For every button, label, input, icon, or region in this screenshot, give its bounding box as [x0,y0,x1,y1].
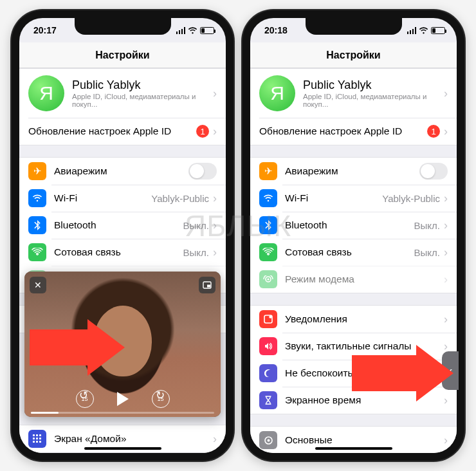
chevron-right-icon: › [444,219,448,232]
row-label: Авиарежим [54,165,188,177]
row-label: Уведомления [285,313,444,325]
row-label: Wi-Fi [285,192,382,204]
svg-rect-8 [39,438,41,439]
skip-back-button[interactable]: 15 [76,390,94,408]
row-label: Обновление настроек Apple ID [28,125,196,137]
bluetooth-icon [259,216,277,234]
avatar: Я [259,75,295,111]
pip-fullscreen-button[interactable] [199,277,215,293]
notifications-row[interactable]: Уведомления › [250,306,457,333]
row-value: Yablyk-Public [151,193,209,204]
svg-point-14 [267,278,269,280]
svg-point-18 [267,439,270,441]
cellular-signal-icon [407,27,417,34]
pip-progress[interactable] [31,412,214,414]
row-label: Авиарежим [285,165,419,177]
navbar-title: Настройки [19,42,226,68]
chevron-right-icon: › [444,192,448,205]
bluetooth-icon [28,216,46,234]
sounds-icon [259,337,277,355]
apple-id-row[interactable]: Я Public Yablyk Apple ID, iCloud, медиам… [19,69,226,118]
cellular-icon [259,243,277,261]
moon-icon [259,364,277,382]
wifi-icon [419,27,428,34]
cellular-row[interactable]: Сотовая связь Выкл. › [19,239,226,266]
svg-rect-11 [39,441,41,443]
account-sub: Apple ID, iCloud, медиаматериалы и покуп… [72,93,213,108]
notch [306,18,402,35]
status-time: 20:18 [264,25,288,35]
cellular-icon [28,243,46,261]
chevron-right-icon: › [444,87,448,100]
wifi-row[interactable]: Wi-Fi Yablyk-Public › [250,185,457,212]
home-indicator[interactable] [315,447,392,450]
hotspot-icon [259,270,277,288]
pip-close-button[interactable]: ✕ [30,277,46,293]
battery-icon [200,27,214,34]
apple-id-update-row[interactable]: Обновление настроек Apple ID 1 › [250,118,457,145]
hourglass-icon [259,391,277,409]
account-name: Public Yablyk [72,78,213,92]
badge: 1 [427,125,440,138]
svg-rect-3 [33,434,35,436]
skip-forward-button[interactable]: 15 [152,390,170,408]
chevron-right-icon: › [213,87,217,100]
play-button[interactable] [117,392,129,406]
row-value: Выкл. [414,247,440,258]
row-value: Выкл. [183,220,209,231]
toggle-off[interactable] [188,163,217,180]
bluetooth-row[interactable]: Bluetooth Выкл. › [19,212,226,239]
annotation-arrow [30,319,125,376]
svg-rect-5 [39,434,41,436]
svg-rect-13 [207,285,210,288]
wifi-icon [188,27,197,34]
apple-id-row[interactable]: Я Public Yablyk Apple ID, iCloud, медиам… [250,69,457,118]
airplane-mode-row[interactable]: ✈ Авиарежим [250,158,457,185]
chevron-right-icon: › [213,125,217,138]
phone-left: 20:17 Настройки Я Public Yablyk Apple ID… [12,10,233,461]
svg-rect-6 [33,438,35,439]
chevron-right-icon: › [444,246,448,259]
chevron-right-icon: › [444,434,448,447]
chevron-right-icon: › [213,192,217,205]
airplane-icon: ✈ [28,162,46,180]
account-sub: Apple ID, iCloud, медиаматериалы и покуп… [303,93,444,108]
row-label: Режим модема [285,273,444,285]
notifications-icon [259,310,277,328]
row-label: Экран «Домой» [54,433,213,445]
row-value: Yablyk-Public [382,193,440,204]
row-value: Выкл. [183,247,209,258]
account-name: Public Yablyk [303,78,444,92]
gear-icon [259,431,277,449]
wifi-settings-icon [28,189,46,207]
chevron-right-icon: › [444,273,448,286]
status-time: 20:17 [33,25,57,35]
airplane-icon: ✈ [259,162,277,180]
svg-rect-9 [33,441,35,443]
airplane-mode-row[interactable]: ✈ Авиарежим [19,158,226,185]
cellular-row[interactable]: Сотовая связь Выкл. › [250,239,457,266]
home-grid-icon [28,430,46,448]
badge: 1 [196,125,209,138]
chevron-right-icon: › [213,246,217,259]
home-indicator[interactable] [84,447,161,450]
navbar-title: Настройки [250,42,457,68]
notch [75,18,171,35]
chevron-right-icon: › [213,432,217,446]
svg-rect-7 [36,438,38,439]
toggle-off[interactable] [419,163,448,180]
svg-rect-10 [36,441,38,443]
phone-right: 20:18 Настройки Я Public Yablyk Apple ID… [243,10,464,461]
row-label: Обновление настроек Apple ID [259,125,427,137]
row-value: Выкл. [414,220,440,231]
row-label: Сотовая связь [54,246,183,258]
bluetooth-row[interactable]: Bluetooth Выкл. › [250,212,457,239]
annotation-arrow [352,345,453,402]
cellular-signal-icon [176,27,186,34]
chevron-right-icon: › [213,219,217,232]
row-label: Сотовая связь [285,246,414,258]
apple-id-update-row[interactable]: Обновление настроек Apple ID 1 › [19,118,226,145]
wifi-row[interactable]: Wi-Fi Yablyk-Public › [19,185,226,212]
battery-icon [431,27,445,34]
row-label: Wi-Fi [54,192,151,204]
